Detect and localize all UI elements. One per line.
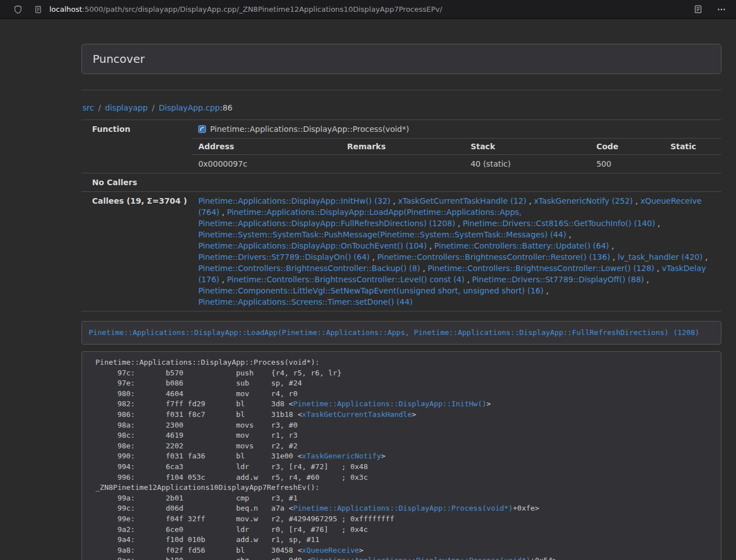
asm-line: 9a2: 6ce0 ldr r0, [r4, #76] ; 0x4c [95,525,715,535]
callee-link[interactable]: Pinetime::Controllers::BrightnessControl… [428,264,655,273]
breadcrumb-link[interactable]: DisplayApp.cpp [159,103,220,112]
asm-text: 994: 6ca3 ldr r3, [r4, #72] ; 0x48 [95,462,368,471]
loadapp-panel: Pinetime::Applications::DisplayApp::Load… [81,321,721,345]
callee-link[interactable]: Pinetime::System::SystemTask::PushMessag… [198,230,566,239]
asm-line: 990: f031 fa36 bl 31e00 <xTaskGenericNot… [95,451,715,462]
function-label: Function [81,120,191,173]
asm-symbol-link[interactable]: Pinetime::Applications::DisplayApp::Proc… [311,556,531,560]
callees-row: Callees (19, Σ=3704 ) Pinetime::Applicat… [81,192,721,311]
no-callers-cell [191,173,721,192]
reader-view-icon[interactable] [691,3,705,16]
asm-symbol-link[interactable]: xQueueReceive [302,546,359,554]
asm-text: +0x54> [531,556,557,560]
asm-text: 9ac: b180 cbz r0, 9d0 < [95,556,311,560]
browser-toolbar: localhost:5000/path/src/displayapp/Displ… [0,0,736,19]
asm-text: 982: f7ff fd29 bl 3d8 < [95,400,293,408]
callee-separator: , [370,253,377,261]
address-value: 0x0000097c [191,155,340,173]
callee-separator: , [220,275,227,284]
callees-list: Pinetime::Applications::DisplayApp::Init… [191,192,721,311]
asm-text: > [412,410,417,419]
asm-text: 9a4: f10d 010b add.w r1, sp, #11 [95,535,319,544]
detail-value-row: 0x0000097c 40 (static) 500 [191,155,721,173]
function-signature-line: Pinetime::Applications::DisplayApp::Proc… [191,120,721,138]
asm-symbol-link[interactable]: xTaskGenericNotify [302,452,381,460]
breadcrumb-separator: / [94,103,105,112]
callee-link[interactable]: Pinetime::Applications::DisplayApp::OnTo… [198,241,427,250]
breadcrumb-link[interactable]: displayapp [105,103,148,112]
callee-link[interactable]: xTaskGetCurrentTaskHandle (12) [398,196,527,205]
stack-value: 40 (static) [464,155,589,173]
asm-text: 99e: f04f 32ff mov.w r2, #4294967295 ; 0… [95,515,394,523]
asm-line: 99e: f04f 32ff mov.w r2, #4294967295 ; 0… [95,514,715,525]
url-bar[interactable]: localhost:5000/path/src/displayapp/Displ… [31,3,684,16]
code-column-header: Code [589,139,664,155]
callee-link[interactable]: Pinetime::Controllers::BrightnessControl… [198,264,420,273]
callee-link[interactable]: lv_task_handler (420) [618,253,702,261]
function-name: Pinetime::Applications::DisplayApp::Proc… [210,123,409,135]
callee-link[interactable]: Pinetime::Controllers::Battery::Update()… [435,241,609,250]
static-column-header: Static [664,139,721,155]
code-value: 500 [589,155,664,173]
asm-text: 9a2: 6ce0 ldr r0, [r4, #76] ; 0x4c [95,525,368,534]
asm-text: 980: 4604 mov r4, r0 [95,389,298,398]
asm-line: 9a8: f02f fd56 bl 30458 <xQueueReceive> [95,545,715,556]
symbol-detail-table: Address Remarks Stack Code Static 0x0000… [191,138,721,173]
asm-line: 982: f7ff fd29 bl 3d8 <Pinetime::Applica… [95,399,715,410]
asm-line: 97c: b570 push {r4, r5, r6, lr} [95,368,715,379]
breadcrumb: src / displayapp / DisplayApp.cpp:86 [83,102,721,113]
asm-symbol-link[interactable]: xTaskGetCurrentTaskHandle [302,410,412,419]
callee-link[interactable]: Pinetime::Controllers::BrightnessControl… [227,275,464,284]
no-callers-label: No Callers [81,173,191,192]
asm-line: 9a4: f10d 010b add.w r1, sp, #11 [95,535,715,545]
asm-text: 9a8: f02f fd56 bl 30458 < [95,546,302,554]
callee-link[interactable]: Pinetime::Controllers::BrightnessControl… [377,253,610,261]
callee-link[interactable]: Pinetime::Applications::Screens::Timer::… [198,297,413,306]
asm-line: _ZN8Pinetime12Applications10DisplayApp7R… [95,483,715,493]
asm-line: 99c: d06d beq.n a7a <Pinetime::Applicati… [95,503,715,514]
remarks-column-header: Remarks [340,139,464,155]
asm-text: Pinetime::Applications::DisplayApp::Proc… [95,358,319,366]
remarks-value [340,155,464,173]
no-callers-row: No Callers [81,173,721,192]
asm-text: 990: f031 fa36 bl 31e00 < [95,452,302,460]
asm-line: 9ac: b180 cbz r0, 9d0 <Pinetime::Applica… [95,556,715,560]
asm-line: 98e: 2202 movs r2, #2 [95,441,715,452]
callee-link[interactable]: xTaskGenericNotify (252) [534,196,633,205]
asm-symbol-link[interactable]: Pinetime::Applications::DisplayApp::Proc… [293,504,513,512]
breadcrumb-links: src / displayapp / DisplayApp.cpp [83,103,220,112]
callee-link[interactable]: Pinetime::Drivers::St7789::DisplayOff() … [472,275,644,284]
page-container: Puncover src / displayapp / DisplayApp.c… [81,44,721,560]
static-value [664,155,721,173]
callee-separator: , [655,264,662,273]
callee-link[interactable]: Pinetime::Components::LittleVgl::SetNewT… [198,286,543,295]
page-info-icon[interactable] [31,3,45,16]
more-options-icon[interactable] [715,3,728,16]
asm-line: 986: f031 f8c7 bl 31b18 <xTaskGetCurrent… [95,410,715,420]
callee-link[interactable]: Pinetime::Drivers::St7789::DisplayOn() (… [198,253,369,261]
url-host: localhost [49,5,82,13]
asm-text: 98e: 2202 movs r2, #2 [95,442,298,450]
page-title: Puncover [93,52,145,66]
callee-separator: , [644,275,649,284]
asm-text: 98a: 2300 movs r3, #0 [95,421,298,429]
breadcrumb-separator: / [148,103,159,112]
function-type-icon [198,125,206,133]
loadapp-symbol-link[interactable]: Pinetime::Applications::DisplayApp::Load… [89,328,700,337]
shield-icon[interactable] [11,3,25,16]
callee-separator: , [220,208,227,217]
url-path: :5000/path/src/displayapp/DisplayApp.cpp… [82,5,442,13]
asm-symbol-link[interactable]: Pinetime::Applications::DisplayApp::Init… [293,400,486,408]
address-column-header: Address [191,139,340,155]
callee-link[interactable]: Pinetime::Drivers::Cst816S::GetTouchInfo… [463,219,655,228]
asm-text: 97e: b086 sub sp, #24 [95,379,302,387]
breadcrumb-link[interactable]: src [83,103,94,112]
callee-separator: , [455,219,463,228]
asm-text: 99a: 2b01 cmp r3, #1 [95,494,298,502]
divider [81,90,721,90]
asm-line: 994: 6ca3 ldr r3, [r4, #72] ; 0x48 [95,462,715,472]
asm-text: _ZN8Pinetime12Applications10DisplayApp7R… [95,483,319,492]
callee-separator: , [633,196,640,205]
callee-link[interactable]: Pinetime::Applications::DisplayApp::Init… [198,196,390,205]
callee-separator: , [566,230,572,239]
